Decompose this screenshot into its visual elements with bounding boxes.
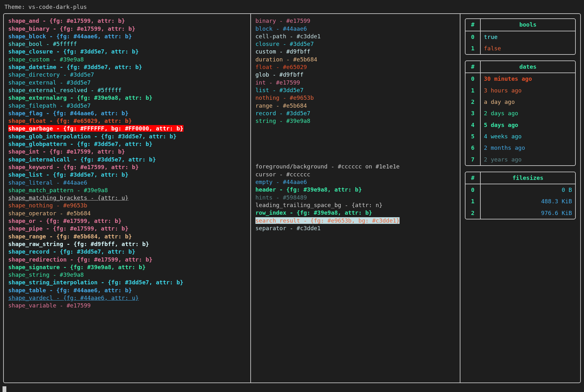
types-list: binary - #e17599block - #44aae6cell-path… [255,17,455,125]
type-row-int: int - #e17599 [255,79,455,86]
ui-list: foreground/background - #cccccc on #1e1e… [255,163,455,232]
shape-row-label: shape_block - {fg: #44aae6, attr: b} [8,33,132,40]
table-row: 13 hours ago [465,85,575,96]
shape-row-shape_external_resolved: shape_external_resolved - #5fffff [8,86,246,94]
row-index: 6 [465,142,481,154]
shape-row-label: shape_float - {fg: #e65029, attr: b} [8,117,132,124]
shape-row-shape_binary: shape_binary - {fg: #e17599, attr: b} [8,25,246,33]
terminal-screen: Theme: vs-code-dark-plus shape_and - {fg… [0,0,584,384]
shape-row-label: shape_filepath - #3dd5e7 [8,102,91,109]
table-row: 030 minutes ago [465,73,575,85]
shape-row-label: shape_externalarg - {fg: #39e9a8, attr: … [8,94,152,101]
shape-row-label: shape_matching_brackets - {attr: u} [8,194,128,201]
shape-row-label: shape_glob_interpolation - {fg: #3dd5e7,… [8,133,176,140]
shape-row-shape_glob_interpolation: shape_glob_interpolation - {fg: #3dd5e7,… [8,133,246,140]
table-row: 62 months ago [465,142,575,154]
type-row-label: record - #3dd5e7 [255,110,310,117]
shape-row-label: shape_vardecl - {fg: #44aae6, attr: u} [8,294,139,301]
shape-row-shape_string_interpolation: shape_string_interpolation - {fg: #3dd5e… [8,279,246,286]
type-row-label: float - #e65029 [255,64,307,70]
type-row-closure: closure - #3dd5e7 [255,40,455,48]
row-index: 0 [465,31,481,43]
shape-row-shape_and: shape_and - {fg: #e17599, attr: b} [8,17,246,25]
dates-table: # dates 030 minutes ago13 hours ago2a da… [465,60,576,166]
type-row-label: closure - #3dd5e7 [255,41,314,47]
shape-row-label: shape_variable - #e17599 [8,302,91,309]
shape-row-shape_keyword: shape_keyword - {fg: #e17599, attr: b} [8,163,246,171]
shape-row-label: shape_raw_string - {fg: #d9fbff, attr: b… [8,241,149,247]
type-row-custom: custom - #d9fbff [255,48,455,55]
type-row-duration: duration - #e5b684 [255,56,455,63]
header-index: # [465,61,481,73]
ui-row-label: header - {fg: #39e9a8, attr: b} [255,186,362,193]
row-index: 1 [465,85,481,96]
shape-row-shape_int: shape_int - {fg: #e17599, attr: b} [8,148,246,155]
shape-row-shape_string: shape_string - #39e9a8 [8,271,246,279]
row-index: 5 [465,131,481,142]
table-row: 32 days ago [465,108,575,119]
table-row: 54 weeks ago [465,131,575,142]
header-index: # [465,172,481,184]
type-row-binary: binary - #e17599 [255,17,455,25]
table-row: 1488.3 KiB [465,196,575,207]
table-row: 2976.6 KiB [465,207,575,219]
ui-row-row_index: row_index - {fg: #39e9a8, attr: b} [255,209,455,217]
shape-row-label: shape_nothing - #e9653b [8,202,87,209]
row-index: 7 [465,154,481,165]
row-value: 0 B [481,184,575,196]
header-filesizes: filesizes [481,172,575,184]
shape-row-shape_flag: shape_flag - {fg: #44aae6, attr: b} [8,110,246,117]
type-row-label: binary - #e17599 [255,17,310,24]
shapes-column: shape_and - {fg: #e17599, attr: b}shape_… [4,14,251,383]
table-row: 1false [465,43,575,54]
row-value: 30 minutes ago [481,73,575,85]
type-row-label: nothing - #e9653b [255,94,314,101]
ui-row-label: leading_trailing_space_bg - {attr: n} [255,202,382,208]
shape-row-shape_block: shape_block - {fg: #44aae6, attr: b} [8,33,246,40]
shape-row-shape_filepath: shape_filepath - #3dd5e7 [8,102,246,110]
ui-row-search_result: search_result - {fg: #e9653b, bg: #c3dde… [255,217,455,224]
shape-row-shape_garbage: shape_garbage - {fg: #FFFFFF, bg: #FF000… [8,125,246,132]
row-value: 488.3 KiB [481,196,575,207]
type-row-list: list - #3dd5e7 [255,86,455,94]
row-value: false [481,43,575,54]
row-value: 5 days ago [481,119,575,131]
cursor-block[interactable] [3,386,6,392]
type-row-label: block - #44aae6 [255,25,307,32]
type-row-float: float - #e65029 [255,63,455,71]
ui-row-hints: hints - #598489 [255,194,455,201]
type-row-block: block - #44aae6 [255,25,455,33]
row-value: true [481,31,575,43]
row-value: 2 days ago [481,108,575,119]
shape-row-shape_record: shape_record - {fg: #3dd5e7, attr: b} [8,248,246,256]
ui-row-foreground_background: foreground/background - #cccccc on #1e1e… [255,163,455,170]
types-column: binary - #e17599block - #44aae6cell-path… [251,14,460,383]
row-value: 976.6 KiB [481,207,575,219]
table-header: # bools [465,19,575,31]
ui-row-empty: empty - #44aae6 [255,178,455,186]
shape-row-shape_vardecl: shape_vardecl - {fg: #44aae6, attr: u} [8,294,246,302]
shape-row-label: shape_closure - {fg: #3dd5e7, attr: b} [8,48,139,55]
type-row-label: custom - #d9fbff [255,48,310,55]
row-value: 4 weeks ago [481,131,575,142]
row-index: 1 [465,196,481,207]
shape-row-shape_signature: shape_signature - {fg: #39e9a8, attr: b} [8,263,246,271]
table-row: 45 days ago [465,119,575,131]
spacer [255,125,455,163]
shape-row-label: shape_string - #39e9a8 [8,271,84,278]
shape-row-label: shape_keyword - {fg: #e17599, attr: b} [8,164,139,170]
ui-row-label: foreground/background - #cccccc on #1e1e… [255,163,400,170]
shape-row-label: shape_garbage - {fg: #FFFFFF, bg: #FF000… [8,125,183,132]
shape-row-label: shape_internalcall - {fg: #3dd5e7, attr:… [8,156,156,163]
shape-row-shape_bool: shape_bool - #5fffff [8,40,246,48]
ui-row-label: separator - #c3dde1 [255,225,321,231]
theme-title: Theme: vs-code-dark-plus [3,2,581,13]
shape-row-label: shape_range - {fg: #e5b684, attr: b} [8,233,132,240]
type-row-label: list - #3dd5e7 [255,87,304,93]
type-row-label: int - #e17599 [255,79,300,86]
type-row-label: cell-path - #c3dde1 [255,33,321,40]
table-header: # filesizes [465,172,575,184]
type-row-cell-path: cell-path - #c3dde1 [255,33,455,40]
type-row-nothing: nothing - #e9653b [255,94,455,102]
header-dates: dates [481,61,575,73]
